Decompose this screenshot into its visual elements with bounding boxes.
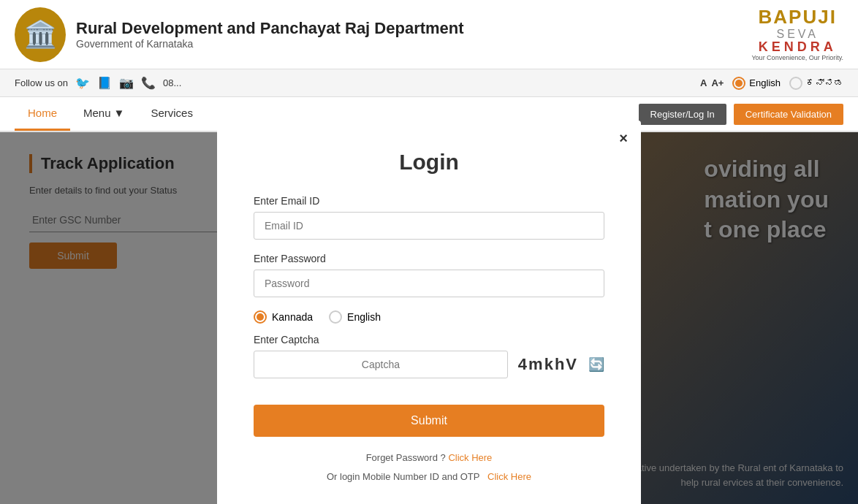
nav-services-label: Services xyxy=(151,107,193,119)
modal-overlay[interactable]: × Login Enter Email ID Enter Password Ka… xyxy=(0,132,858,504)
otp-row: Or login Mobile Number ID and OTP Click … xyxy=(254,467,604,486)
captcha-label: Enter Captcha xyxy=(254,334,604,345)
nav-home[interactable]: Home xyxy=(15,97,70,131)
language-radio-group: Kannada English xyxy=(254,310,604,324)
facebook-icon[interactable]: 📘 xyxy=(97,76,112,90)
modal-title: Login xyxy=(254,150,604,175)
bapuji-logo: BAPUJI SEVA KENDRA Your Convenience, Our… xyxy=(751,7,843,62)
password-group: Enter Password xyxy=(254,253,604,297)
kannada-option-label: Kannada xyxy=(272,311,313,323)
header: 🏛️ Rural Development and Panchayat Raj D… xyxy=(0,0,858,69)
login-submit-button[interactable]: Submit xyxy=(254,405,604,437)
nav-right: Register/Log In Certificate Validation xyxy=(639,104,843,125)
phone-number: 08... xyxy=(163,77,181,88)
captcha-input[interactable] xyxy=(254,351,508,378)
font-large-btn[interactable]: A+ xyxy=(711,77,724,88)
menu-dropdown-icon: ▼ xyxy=(114,107,125,119)
department-name: Rural Development and Panchayat Raj Depa… xyxy=(76,19,464,38)
nav-home-label: Home xyxy=(28,107,57,119)
seva-text: SEVA xyxy=(751,28,843,41)
tagline-text: Your Convenience, Our Priority. xyxy=(751,55,843,62)
government-name: Government of Karnataka xyxy=(76,38,464,50)
karnataka-logo: 🏛️ xyxy=(15,7,66,62)
forgot-link[interactable]: Click Here xyxy=(448,452,492,463)
kannada-option[interactable]: Kannada xyxy=(254,310,313,324)
email-label: Enter Email ID xyxy=(254,195,604,207)
forgot-text: Forget Password ? xyxy=(366,452,446,463)
font-normal-btn[interactable]: A xyxy=(700,77,707,88)
english-option-label: English xyxy=(347,311,381,323)
password-input[interactable] xyxy=(254,270,604,297)
header-title: Rural Development and Panchayat Raj Depa… xyxy=(76,19,464,50)
kannada-radio-circle[interactable] xyxy=(789,77,802,90)
kannada-radio-modal[interactable] xyxy=(254,310,267,324)
kannada-label: ಕನ್ನಡ xyxy=(806,77,843,88)
kannada-radio[interactable]: ಕನ್ನಡ xyxy=(789,77,843,90)
bapuji-text: BAPUJI xyxy=(751,7,843,28)
otp-text: Or login Mobile Number ID and OTP xyxy=(327,471,479,482)
phone-icon: 📞 xyxy=(141,76,156,90)
english-radio[interactable]: English xyxy=(732,77,781,90)
header-right: BAPUJI SEVA KENDRA Your Convenience, Our… xyxy=(751,7,843,62)
email-group: Enter Email ID xyxy=(254,195,604,240)
social-right: A A+ English ಕನ್ನಡ xyxy=(700,77,843,90)
otp-link[interactable]: Click Here xyxy=(487,471,531,482)
nav-menu[interactable]: Menu ▼ xyxy=(70,97,137,131)
close-button[interactable]: × xyxy=(619,131,628,145)
nav-menu-label: Menu xyxy=(83,107,111,119)
english-radio-circle[interactable] xyxy=(732,77,745,90)
kendra-text: KENDRA xyxy=(751,40,843,55)
captcha-row: 4mkhV 🔄 xyxy=(254,351,604,378)
password-label: Enter Password xyxy=(254,253,604,264)
social-left: Follow us on 🐦 📘 📷 📞 08... xyxy=(15,76,181,90)
content-area: Track Application Enter details to find … xyxy=(0,132,858,504)
forgot-section: Forget Password ? Click Here Or login Mo… xyxy=(254,448,604,486)
english-option[interactable]: English xyxy=(329,310,381,324)
nav-services[interactable]: Services xyxy=(137,97,206,131)
nav-links: Home Menu ▼ Services xyxy=(15,97,206,131)
social-bar: Follow us on 🐦 📘 📷 📞 08... A A+ English … xyxy=(0,69,858,97)
certificate-validation-button[interactable]: Certificate Validation xyxy=(734,104,843,125)
captcha-group: Enter Captcha 4mkhV 🔄 xyxy=(254,334,604,378)
email-input[interactable] xyxy=(254,212,604,240)
english-label: English xyxy=(749,77,781,88)
english-radio-modal[interactable] xyxy=(329,310,342,324)
forgot-row: Forget Password ? Click Here xyxy=(254,448,604,467)
twitter-icon[interactable]: 🐦 xyxy=(75,76,90,90)
register-login-button[interactable]: Register/Log In xyxy=(639,104,726,125)
captcha-value: 4mkhV xyxy=(518,355,578,374)
font-controls: A A+ xyxy=(700,77,724,88)
follow-text: Follow us on xyxy=(15,77,68,88)
header-left: 🏛️ Rural Development and Panchayat Raj D… xyxy=(15,7,464,62)
login-modal: × Login Enter Email ID Enter Password Ka… xyxy=(217,121,641,504)
instagram-icon[interactable]: 📷 xyxy=(119,76,134,90)
captcha-refresh-icon[interactable]: 🔄 xyxy=(588,356,604,373)
